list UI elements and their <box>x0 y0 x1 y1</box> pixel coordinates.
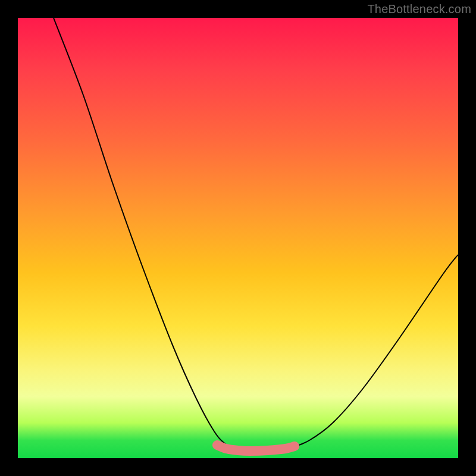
bottom-highlight-segment <box>217 445 295 451</box>
chart-overlay <box>18 18 458 458</box>
plot-frame <box>18 18 458 458</box>
watermark-text: TheBottleneck.com <box>367 2 471 16</box>
bottleneck-curve <box>54 18 458 450</box>
